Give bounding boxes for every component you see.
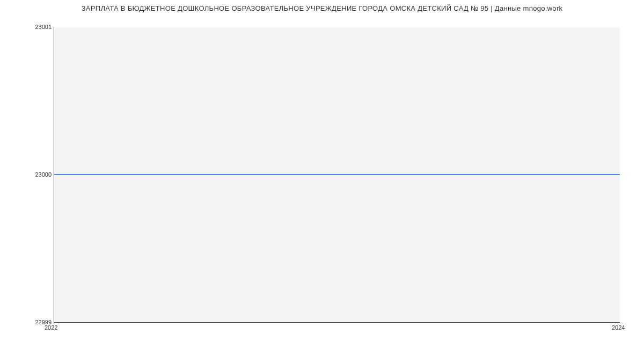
y-axis-tick: 23001 bbox=[9, 24, 52, 30]
plot-area bbox=[54, 27, 620, 323]
y-axis-tick: 23000 bbox=[9, 171, 52, 178]
data-line bbox=[54, 174, 620, 175]
x-axis-tick: 2024 bbox=[612, 324, 625, 331]
grid-line bbox=[54, 27, 620, 27]
x-axis-tick: 2022 bbox=[45, 324, 57, 331]
chart-title: ЗАРПЛАТА В БЮДЖЕТНОЕ ДОШКОЛЬНОЕ ОБРАЗОВА… bbox=[0, 4, 644, 12]
